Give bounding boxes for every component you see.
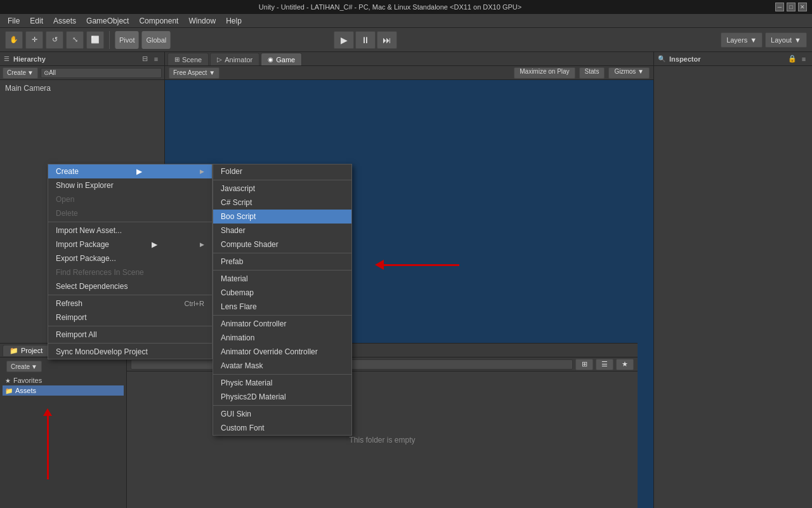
step-button[interactable]: ⏭ <box>377 31 397 49</box>
menu-gameobject[interactable]: GameObject <box>81 15 134 27</box>
maximize-on-play-button[interactable]: Maximize on Play <box>514 67 575 79</box>
sub-sep0 <box>213 180 351 180</box>
ctx-import-new-asset[interactable]: Import New Asset... <box>48 224 212 237</box>
aspect-dropdown[interactable]: Free Aspect ▼ <box>169 67 219 79</box>
sub-csharp-script[interactable]: C# Script <box>213 196 351 210</box>
menu-window[interactable]: Window <box>183 15 221 27</box>
global-button[interactable]: Global <box>142 31 170 49</box>
play-button[interactable]: ▶ <box>334 31 354 49</box>
rotate-tool[interactable]: ↺ <box>46 31 63 49</box>
sub-custom-font[interactable]: Custom Font <box>213 421 351 435</box>
hierarchy-lock-button[interactable]: ⊟ <box>140 55 149 64</box>
project-tree-favorites[interactable]: ★ Favorites <box>3 375 124 385</box>
menu-help[interactable]: Help <box>221 15 247 27</box>
toolbar: ✋ ✛ ↺ ⤡ ⬜ Pivot Global ▶ ⏸ ⏭ Layers ▼ La… <box>0 28 812 52</box>
inspector-icon: 🔍 <box>658 55 665 62</box>
move-tool[interactable]: ✛ <box>25 31 43 49</box>
project-view-icon2[interactable]: ☰ <box>596 359 613 370</box>
arrow-line <box>383 264 459 266</box>
submenu-arrow-icon: ▶ <box>136 167 142 176</box>
play-controls: ▶ ⏸ ⏭ <box>334 31 397 49</box>
project-star-button[interactable]: ★ <box>616 359 634 370</box>
layout-dropdown[interactable]: Layout ▼ <box>765 32 807 48</box>
hierarchy-item-main-camera[interactable]: Main Camera <box>3 83 162 94</box>
hierarchy-menu-button[interactable]: ≡ <box>152 55 160 64</box>
sub-animation[interactable]: Animation <box>213 331 351 345</box>
pivot-button[interactable]: Pivot <box>115 31 138 49</box>
sub-folder[interactable]: Folder <box>213 164 351 178</box>
ctx-reimport[interactable]: Reimport <box>48 311 212 324</box>
project-tree-assets[interactable]: 📁 Assets <box>3 385 124 396</box>
tab-project[interactable]: 📁 Project <box>3 345 49 356</box>
sub-lens-flare[interactable]: Lens Flare <box>213 300 351 314</box>
tab-scene[interactable]: ⊞ Scene <box>167 53 209 65</box>
project-sidebar: Create ▼ ★ Favorites 📁 Assets <box>0 358 127 508</box>
sub-avatar-mask[interactable]: Avatar Mask <box>213 359 351 373</box>
sub-animator-override-controller[interactable]: Animator Override Controller <box>213 345 351 359</box>
sub-shader[interactable]: Shader <box>213 224 351 237</box>
maximize-button[interactable]: □ <box>787 3 796 11</box>
ctx-sync-monodevelop[interactable]: Sync MonoDevelop Project <box>48 345 212 359</box>
annotation-shaft <box>47 416 49 479</box>
ctx-select-dependencies[interactable]: Select Dependencies <box>48 279 212 293</box>
ctx-export-package[interactable]: Export Package... <box>48 251 212 265</box>
project-main: ⊞ ☰ ★ This folder is empty <box>127 358 638 508</box>
hierarchy-toolbar: Create ▼ <box>0 66 164 80</box>
ctx-import-package[interactable]: Import Package ▶ <box>48 237 212 251</box>
inspector-menu-button[interactable]: ≡ <box>799 55 808 64</box>
close-button[interactable]: ✕ <box>798 3 807 11</box>
sub-cubemap[interactable]: Cubemap <box>213 286 351 300</box>
sub-sep3 <box>213 315 351 316</box>
sub-gui-skin[interactable]: GUI Skin <box>213 407 351 421</box>
sub-javascript[interactable]: Javascript <box>213 182 351 196</box>
ctx-reimport-all[interactable]: Reimport All <box>48 328 212 342</box>
create-submenu: Folder Javascript C# Script Boo Script S… <box>213 164 352 436</box>
menu-edit[interactable]: Edit <box>25 15 48 27</box>
game-toolbar: Free Aspect ▼ Maximize on Play Stats Giz… <box>165 66 653 80</box>
ctx-refresh[interactable]: Refresh Ctrl+R <box>48 297 212 311</box>
chevron-down-icon: ▼ <box>794 36 801 44</box>
tab-game[interactable]: ◉ Game <box>261 53 302 65</box>
sub-compute-shader[interactable]: Compute Shader <box>213 237 351 251</box>
chevron-down-icon: ▼ <box>31 363 37 370</box>
hierarchy-header: ☰ Hierarchy ⊟ ≡ <box>0 52 164 66</box>
red-arrow-indicator <box>375 260 459 270</box>
rect-tool[interactable]: ⬜ <box>86 31 104 49</box>
gizmos-button[interactable]: Gizmos ▼ <box>608 67 650 79</box>
sub-sep5 <box>213 405 351 406</box>
ctx-open[interactable]: Open <box>48 192 212 206</box>
stats-button[interactable]: Stats <box>579 67 605 79</box>
inspector-lock-button[interactable]: 🔒 <box>788 55 797 64</box>
sub-animator-controller[interactable]: Animator Controller <box>213 317 351 331</box>
inspector-panel-controls: 🔒 ≡ <box>788 55 808 64</box>
minimize-button[interactable]: ─ <box>775 3 784 11</box>
sub-physic-material[interactable]: Physic Material <box>213 376 351 390</box>
window-controls[interactable]: ─ □ ✕ <box>775 3 807 11</box>
menu-assets[interactable]: Assets <box>48 15 81 27</box>
sub-sep4 <box>213 374 351 375</box>
sub-boo-script[interactable]: Boo Script <box>213 210 351 224</box>
scale-tool[interactable]: ⤡ <box>66 31 84 49</box>
menu-component[interactable]: Component <box>134 15 183 27</box>
project-view-icon1[interactable]: ⊞ <box>575 359 593 370</box>
ctx-create[interactable]: Create ▶ <box>48 164 212 178</box>
layers-dropdown[interactable]: Layers ▼ <box>721 32 763 48</box>
ctx-show-in-explorer[interactable]: Show in Explorer <box>48 178 212 192</box>
sub-material[interactable]: Material <box>213 272 351 286</box>
project-create-button[interactable]: Create ▼ <box>6 361 42 372</box>
sub-prefab[interactable]: Prefab <box>213 255 351 269</box>
sub-physics2d-material[interactable]: Physics2D Material <box>213 390 351 404</box>
ctx-delete[interactable]: Delete <box>48 206 212 220</box>
pause-button[interactable]: ⏸ <box>355 31 376 49</box>
ctx-find-references[interactable]: Find References In Scene <box>48 265 212 279</box>
hierarchy-search-input[interactable] <box>41 68 162 78</box>
context-menu: Create ▶ Show in Explorer Open Delete Im… <box>48 164 213 359</box>
menu-file[interactable]: File <box>3 15 25 27</box>
star-icon: ★ <box>5 377 11 384</box>
hand-tool[interactable]: ✋ <box>5 31 23 49</box>
inspector-title: Inspector <box>669 55 701 63</box>
hierarchy-icon: ☰ <box>4 55 10 62</box>
tab-animator[interactable]: ▷ Animator <box>210 53 259 65</box>
game-icon: ◉ <box>268 56 273 63</box>
hierarchy-create-button[interactable]: Create ▼ <box>3 67 38 79</box>
